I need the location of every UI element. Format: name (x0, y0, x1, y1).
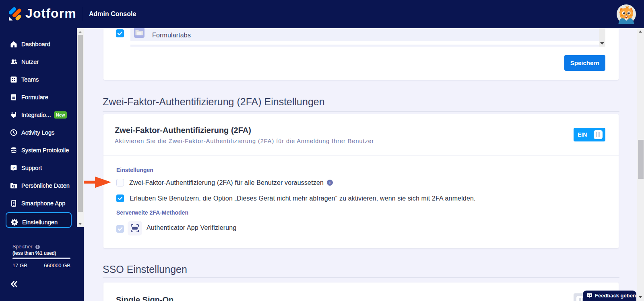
svg-text:?: ? (12, 166, 15, 170)
